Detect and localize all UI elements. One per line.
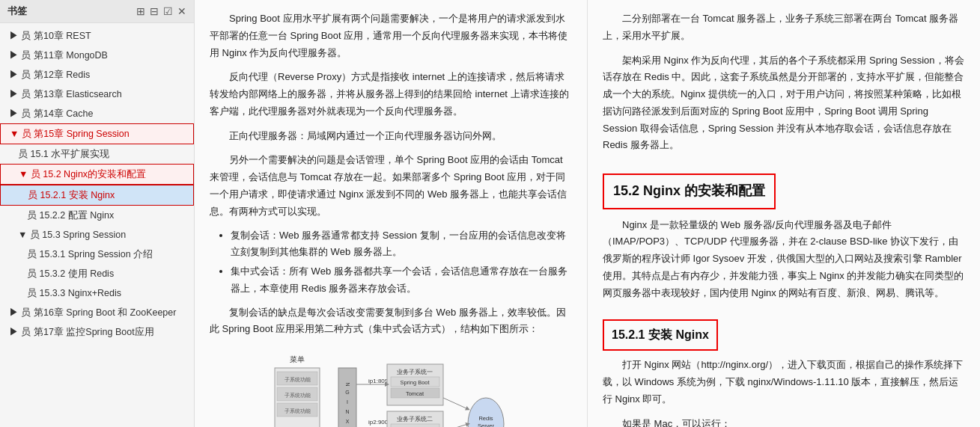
- svg-text:子系统功能: 子系统功能: [284, 408, 311, 414]
- left-para-3: 正向代理服务器：局域网内通过一个正向代理服务器访问外网。: [210, 128, 572, 145]
- svg-text:子系统功能: 子系统功能: [284, 393, 311, 398]
- sidebar-item-ch12[interactable]: ▶ 员 第12章 Redis: [0, 65, 194, 85]
- svg-text:业务子系统一: 业务子系统一: [397, 369, 433, 375]
- right-para-4: 打开 Nginx 网站（http://nginx.org/），进入下载页面，根据…: [603, 357, 965, 408]
- page-left: Spring Boot 应用水平扩展有两个问题需要解决，一个是将用户的请求派发到…: [195, 0, 588, 427]
- right-heading-1: 15.2 Nginx 的安装和配置: [603, 162, 965, 217]
- svg-text:N: N: [345, 409, 349, 414]
- svg-text:Server: Server: [478, 423, 495, 427]
- section-heading-2: 15.2.1 安装 Nginx: [603, 319, 718, 351]
- sidebar-item-ch15-3-1[interactable]: 员 15.3.1 Spring Session 介绍: [0, 245, 194, 264]
- right-para-3: Nginx 是一款轻量级的 Web 服务器/反向代理服务器及电子邮件（IMAP/…: [603, 217, 965, 302]
- right-para-2: 架构采用 Nginx 作为反向代理，其后的各个子系统都采用 Spring Ses…: [603, 52, 965, 155]
- svg-text:Spring Boot: Spring Boot: [400, 379, 430, 386]
- section-heading-1: 15.2 Nginx 的安装和配置: [603, 173, 776, 209]
- svg-text:G: G: [345, 390, 349, 395]
- sidebar-icons: ⊞ ⊟ ☑ ✕: [136, 5, 186, 17]
- diagram-area: 菜单 子系统功能 子系统功能 子系统功能 Port:8080 N G I N X…: [210, 345, 572, 427]
- sidebar-icon-4[interactable]: ✕: [177, 5, 186, 17]
- sidebar-item-ch15-1[interactable]: 员 15.1 水平扩展实现: [0, 144, 194, 164]
- sidebar-header: 书签 ⊞ ⊟ ☑ ✕: [0, 0, 194, 23]
- sidebar-item-ch10[interactable]: ▶ 员 第10章 REST: [0, 26, 194, 46]
- left-para-2: 反向代理（Reverse Proxy）方式是指接收 internet 上的连接请…: [210, 69, 572, 120]
- left-bullet-2: 集中式会话：所有 Web 服务器都共享一个会话，会话信息通常存放在一台服务器上，…: [231, 263, 572, 296]
- sidebar-title: 书签: [7, 4, 27, 18]
- left-para-4: 另外一个需要解决的问题是会话管理，单个 Spring Boot 应用的会话由 T…: [210, 152, 572, 220]
- svg-text:菜单: 菜单: [290, 355, 305, 363]
- left-para-5: 复制会话的缺点是每次会话改变需要复制到多台 Web 服务器上，效率较低。因此 S…: [210, 304, 572, 339]
- sidebar-item-ch15-2[interactable]: ▼ 员 15.2 Nginx的安装和配置: [0, 164, 194, 185]
- svg-text:N: N: [345, 383, 350, 387]
- sidebar-item-ch16[interactable]: ▶ 员 第16章 Spring Boot 和 ZooKeeper: [0, 303, 194, 322]
- right-heading-2: 15.2.1 安装 Nginx: [603, 309, 965, 357]
- sidebar-item-ch17[interactable]: ▶ 员 第17章 监控Spring Boot应用: [0, 322, 194, 342]
- sidebar-item-ch14[interactable]: ▶ 员 第14章 Cache: [0, 104, 194, 123]
- sidebar-item-ch15-3-3[interactable]: 员 15.3.3 Nginx+Redis: [0, 283, 194, 303]
- svg-text:子系统功能: 子系统功能: [284, 377, 311, 382]
- architecture-diagram: 菜单 子系统功能 子系统功能 子系统功能 Port:8080 N G I N X…: [271, 345, 511, 427]
- sidebar-tree: ▶ 员 第10章 REST▶ 员 第11章 MongoDB▶ 员 第12章 Re…: [0, 23, 194, 427]
- sidebar-item-ch15-3[interactable]: ▼ 员 15.3 Spring Session: [0, 225, 194, 245]
- svg-text:Redis: Redis: [478, 415, 493, 422]
- right-para-5: 如果是 Mac，可以运行：: [603, 416, 965, 428]
- svg-text:X: X: [346, 419, 350, 424]
- svg-line-42: [443, 424, 468, 427]
- sidebar: 书签 ⊞ ⊟ ☑ ✕ ▶ 员 第10章 REST▶ 员 第11章 MongoDB…: [0, 0, 195, 427]
- sidebar-item-ch11[interactable]: ▶ 员 第11章 MongoDB: [0, 46, 194, 65]
- svg-text:I: I: [347, 399, 348, 405]
- svg-line-41: [443, 398, 468, 409]
- left-para-1: Spring Boot 应用水平扩展有两个问题需要解决，一个是将用户的请求派发到…: [210, 10, 572, 61]
- left-bullet-list: 复制会话：Web 服务器通常都支持 Session 复制，一台应用的会话信息改变…: [231, 227, 572, 296]
- left-bullet-1: 复制会话：Web 服务器通常都支持 Session 复制，一台应用的会话信息改变…: [231, 227, 572, 260]
- page-right: 二分别部署在一台 Tomcat 服务器上，业务子系统三部署在两台 Tomcat …: [588, 0, 980, 427]
- svg-text:业务子系统二: 业务子系统二: [397, 416, 433, 423]
- sidebar-item-ch13[interactable]: ▶ 员 第13章 Elasticsearch: [0, 85, 194, 104]
- sidebar-icon-1[interactable]: ⊞: [136, 5, 145, 17]
- main-content: Spring Boot 应用水平扩展有两个问题需要解决，一个是将用户的请求派发到…: [195, 0, 980, 427]
- svg-text:Tomcat: Tomcat: [406, 390, 424, 397]
- sidebar-item-ch15-3-2[interactable]: 员 15.3.2 使用 Redis: [0, 264, 194, 283]
- sidebar-item-ch15[interactable]: ▼ 员 第15章 Spring Session: [0, 123, 194, 144]
- sidebar-icon-2[interactable]: ⊟: [150, 5, 159, 17]
- right-para-1: 二分别部署在一台 Tomcat 服务器上，业务子系统三部署在两台 Tomcat …: [603, 10, 965, 45]
- sidebar-item-ch15-2-1[interactable]: 员 15.2.1 安装 Nginx: [0, 185, 194, 206]
- sidebar-item-ch15-2-2[interactable]: 员 15.2.2 配置 Nginx: [0, 206, 194, 225]
- sidebar-icon-3[interactable]: ☑: [163, 5, 173, 17]
